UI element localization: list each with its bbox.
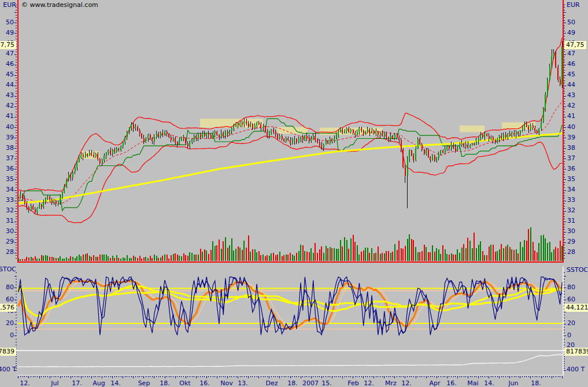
x-axis-label: Aug (93, 379, 105, 387)
x-axis-label: Jul (51, 379, 58, 387)
oi-scale-label-left: 400 T (0, 366, 16, 373)
stoch-value-marker-left: 49,576 (0, 304, 16, 312)
x-axis-label: 14. (484, 379, 494, 387)
price-tick-label-right: 45 (567, 71, 575, 78)
price-tick-label-left: 30 (6, 228, 14, 235)
price-tick-label-left: 36 (6, 165, 14, 172)
stoch-tick-label-right: 20 (567, 320, 575, 327)
price-tick-label-left: 46 (6, 61, 14, 68)
stoch-tick-label-left: 0 (10, 332, 14, 339)
price-tick-label-left: 44 (6, 82, 14, 89)
price-tick-label-left: 34 (6, 186, 14, 193)
x-axis-label: Mrz (385, 379, 397, 387)
price-tick-label-right: 34 (567, 186, 575, 193)
price-tick-label-right: 33 (567, 197, 575, 204)
watermark: © www.tradesignal.com (21, 2, 98, 9)
price-tick-label-right: 28 (567, 249, 575, 256)
stoch-panel-label-left: SSTOC (0, 266, 16, 273)
chart-canvas[interactable] (0, 0, 588, 387)
stoch-tick-label-left: 60 (6, 296, 14, 303)
x-axis-label: 12. (364, 379, 374, 387)
x-axis-label: Nov (220, 379, 232, 387)
price-tick-label-left: 50 (6, 19, 14, 26)
x-axis-label: 16. (199, 379, 210, 387)
price-tick-label-left: 38 (6, 145, 14, 152)
stoch-tick-label-right: 80 (567, 284, 575, 291)
currency-label-left: EUR (3, 2, 16, 9)
price-tick-label-left: 32 (6, 207, 14, 214)
price-tick-label-left: 28 (6, 249, 14, 256)
price-tick-label-right: 41 (567, 113, 575, 120)
price-tick-label-left: 39 (6, 134, 14, 141)
price-tick-label-left: 31 (6, 218, 14, 224)
x-axis-label: 15. (321, 379, 332, 387)
stoch-value-marker-right: 44,121 (564, 304, 588, 312)
price-tick-label-right: 49 (567, 30, 575, 36)
price-tick-label-left: 43 (6, 92, 14, 99)
x-axis-label: 12. (401, 379, 412, 387)
cumulative-volume-line (17, 355, 563, 367)
stoch-tick-label-left: 20 (6, 320, 14, 327)
price-tick-label-left: 42 (6, 102, 14, 109)
oi-scale-label-right: 400 T (567, 366, 585, 373)
x-axis-label: Sep (138, 379, 150, 387)
price-tick-label-right: 37 (567, 155, 575, 162)
price-tick-label-left: 41 (6, 113, 14, 120)
price-tick-label-right: 50 (567, 19, 575, 26)
x-axis-label: 12. (20, 379, 30, 387)
volume-bars (18, 227, 563, 261)
price-tick-label-right: 43 (567, 92, 575, 99)
price-tick-label-right: 35 (567, 176, 575, 183)
x-axis-label: Dez (265, 379, 278, 387)
x-axis-label: Feb (347, 379, 358, 387)
price-tick-label-right: 30 (567, 228, 575, 235)
x-axis-label: 16. (446, 379, 457, 387)
x-axis-label: Mai (467, 379, 478, 387)
price-tick-label-right: 39 (567, 134, 575, 141)
price-tick-label-left: 33 (6, 197, 14, 204)
oi-value-marker-left: 817839 (0, 348, 16, 356)
price-tick-label-right: 42 (567, 102, 575, 109)
price-tick-label-right: 32 (567, 207, 575, 214)
price-tick-label-right: 46 (567, 61, 575, 68)
x-axis-label: 18. (160, 379, 170, 387)
x-axis-label: 13. (238, 379, 248, 387)
x-axis-label: 18. (287, 379, 298, 387)
x-axis-label: Apr (429, 379, 440, 387)
price-tick-label-right: 40 (567, 124, 575, 131)
x-axis-label: 14. (110, 379, 121, 387)
price-tick-label-left: 37 (6, 155, 14, 162)
price-tick-label-left: 40 (6, 124, 14, 131)
price-tick-label-right: 44 (567, 82, 575, 89)
stochastic-lines (17, 277, 563, 336)
price-tick-label-right: 36 (567, 165, 575, 172)
x-axis-label: 17. (72, 379, 82, 387)
price-tick-label-right: 31 (567, 218, 575, 224)
price-tick-label-right: 38 (567, 145, 575, 152)
price-tick-label-left: 49 (6, 30, 14, 36)
x-axis-label: 2007 (302, 379, 319, 387)
oi-value-marker-right: 817839 (564, 348, 588, 356)
x-axis-label: Jun (508, 379, 518, 387)
x-axis-label: 18. (531, 379, 541, 387)
stoch-tick-label-left: 80 (6, 284, 14, 291)
tradesignal-chart-window: EUR © www.tradesignal.com EUR SSTOC SSTO… (0, 0, 588, 387)
last-price-marker-left: 47,75 (0, 41, 16, 49)
price-tick-label-right: 29 (567, 238, 575, 245)
price-tick-label-left: 47 (6, 50, 14, 57)
price-tick-label-left: 29 (6, 238, 14, 245)
currency-label-right: EUR (567, 2, 580, 9)
x-axis-label: Okt (179, 379, 190, 387)
stoch-tick-label-right: 60 (567, 296, 575, 303)
price-tick-label-left: 45 (6, 71, 14, 78)
stoch-tick-label-right: 0 (567, 332, 571, 339)
price-tick-label-right: 47 (567, 50, 575, 57)
last-price-marker-right: 47,75 (564, 41, 586, 49)
stoch-panel-label-right: SSTOC (567, 267, 588, 274)
price-tick-label-left: 35 (6, 176, 14, 183)
